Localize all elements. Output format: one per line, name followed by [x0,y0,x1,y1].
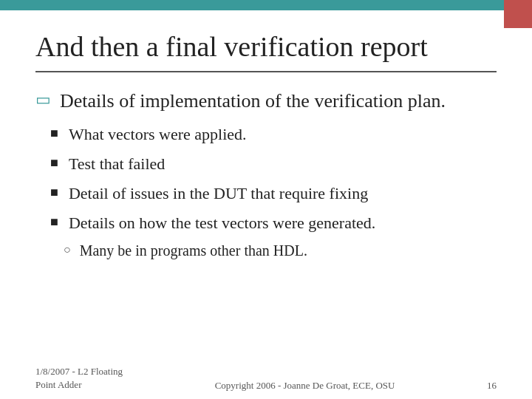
footer-left-line2: Point Adder [35,379,81,390]
inner-item-2: ■ Test that failed [50,153,497,175]
sub-item-1: ○ Many be in programs other than HDL. [64,241,497,261]
inner-bullet-icon-1: ■ [50,126,58,141]
inner-item-1: ■ What vectors were applied. [50,123,497,146]
footer-right: 16 [487,380,497,392]
footer-left-line1: 1/8/2007 - L2 Floating [35,366,123,377]
inner-list: ■ What vectors were applied. ■ Test that… [50,123,497,261]
inner-bullet-icon-3: ■ [50,185,58,200]
footer: 1/8/2007 - L2 Floating Point Adder Copyr… [35,365,497,392]
inner-item-text-3: Detail of issues in the DUT that require… [69,183,368,205]
outer-bullet-item: ▭ Details of implementation of the verif… [35,89,497,114]
inner-item-3: ■ Detail of issues in the DUT that requi… [50,183,497,205]
sub-bullet-icon-1: ○ [64,243,71,256]
inner-bullet-icon-4: ■ [50,214,58,230]
inner-item-text-4: Details on how the test vectors were gen… [69,212,375,234]
slide-content: And then a final verification report ▭ D… [0,10,532,399]
outer-bullet-icon: ▭ [35,90,51,109]
inner-item-text-2: Test that failed [69,153,165,175]
footer-center: Copyright 2006 - Joanne De Groat, ECE, O… [123,380,487,392]
title-divider [35,71,497,72]
sub-list: ○ Many be in programs other than HDL. [64,241,497,261]
inner-item-4: ■ Details on how the test vectors were g… [50,212,497,234]
slide-title: And then a final verification report [35,31,497,64]
footer-left: 1/8/2007 - L2 Floating Point Adder [35,365,123,392]
inner-bullet-icon-2: ■ [50,155,58,171]
inner-item-text-1: What vectors were applied. [69,123,247,146]
outer-bullet-text: Details of implementation of the verific… [60,89,446,114]
sub-item-text-1: Many be in programs other than HDL. [80,241,307,261]
top-bar [0,0,532,10]
